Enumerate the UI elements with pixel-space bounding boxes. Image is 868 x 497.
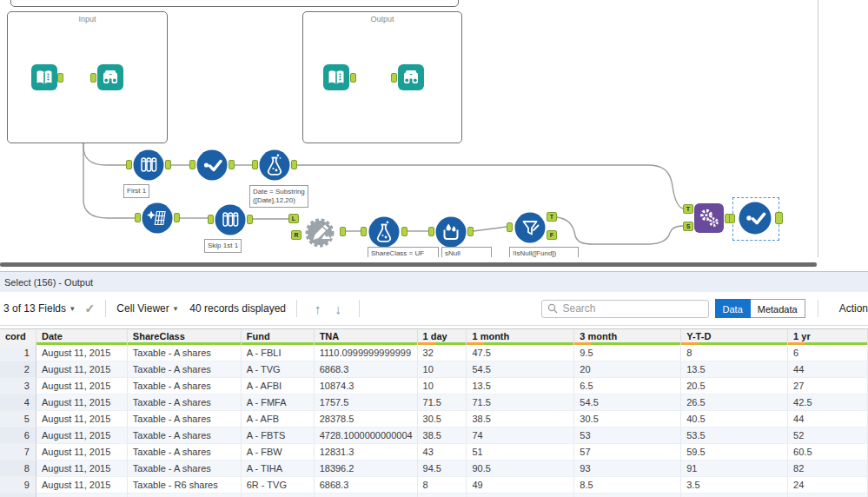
arrow-up-icon[interactable]: ↑: [315, 302, 321, 316]
actions-menu[interactable]: Action: [839, 302, 868, 315]
table-cell[interactable]: A - TIHA: [242, 461, 315, 477]
table-cell[interactable]: 74: [467, 427, 574, 444]
table-cell[interactable]: 40.5: [681, 411, 788, 427]
output-anchor[interactable]: [775, 212, 783, 224]
record-number-cell[interactable]: 7: [0, 444, 36, 461]
table-cell[interactable]: 94.5: [418, 461, 467, 477]
table-cell[interactable]: A - TVG: [242, 361, 315, 378]
table-cell[interactable]: 4728.1000000000004: [315, 427, 418, 444]
table-cell[interactable]: 6R - FBLI: [242, 494, 315, 497]
tool-annotation[interactable]: Skip 1st 1: [204, 239, 242, 253]
table-cell[interactable]: 38.5: [467, 411, 574, 427]
table-cell[interactable]: Taxable - A shares: [128, 345, 242, 361]
input-anchor[interactable]: [361, 227, 367, 236]
table-cell[interactable]: 8: [418, 477, 467, 494]
macro-bottom-anchor[interactable]: S: [683, 222, 693, 231]
table-cell[interactable]: 32: [418, 345, 467, 361]
output-anchor[interactable]: [229, 160, 235, 169]
filter-tool[interactable]: [514, 212, 546, 247]
output-anchor[interactable]: [174, 213, 180, 222]
table-cell[interactable]: 49.5: [467, 494, 574, 497]
canvas-horizontal-scrollbar[interactable]: [0, 257, 868, 271]
table-cell[interactable]: A - FBW: [242, 444, 315, 461]
input-data-tool[interactable]: [31, 64, 57, 94]
table-cell[interactable]: 47.5: [467, 345, 574, 361]
column-header[interactable]: 1 day: [418, 329, 467, 345]
table-cell[interactable]: Taxable - A shares: [128, 461, 242, 477]
table-cell[interactable]: 6: [788, 345, 868, 361]
table-cell[interactable]: 3.5: [681, 477, 788, 494]
table-row[interactable]: 5August 11, 2015Taxable - A sharesA - AF…: [0, 411, 868, 427]
output-anchor[interactable]: [467, 227, 474, 236]
tool-annotation[interactable]: Date = Substring ([Date],12,20): [249, 185, 308, 208]
input-anchor[interactable]: [507, 222, 513, 232]
table-cell[interactable]: 71.5: [467, 394, 574, 411]
data-tab[interactable]: Data: [715, 299, 751, 318]
table-row[interactable]: 8August 11, 2015Taxable - A sharesA - TI…: [0, 461, 868, 477]
record-number-cell[interactable]: 4: [0, 394, 36, 411]
table-cell[interactable]: Taxable - A shares: [128, 444, 242, 461]
imputation-tool[interactable]: [435, 216, 467, 251]
record-number-cell[interactable]: 10: [0, 494, 36, 497]
column-header[interactable]: 3 month: [574, 329, 681, 345]
table-cell[interactable]: Taxable - A shares: [128, 427, 242, 444]
record-number-cell[interactable]: 8: [0, 461, 36, 477]
table-cell[interactable]: 18396.2: [315, 461, 418, 477]
table-cell[interactable]: 28378.5: [315, 411, 418, 427]
table-cell[interactable]: 57: [574, 444, 681, 461]
column-header[interactable]: Fund: [242, 329, 315, 345]
table-cell[interactable]: 5.5: [788, 494, 868, 497]
cell-viewer-dropdown[interactable]: Cell Viewer ▾: [116, 302, 177, 315]
tool-annotation[interactable]: ShareClass = UF: [368, 247, 439, 257]
table-row[interactable]: 4August 11, 2015Taxable - A sharesA - FM…: [0, 394, 868, 411]
search-input[interactable]: Search: [541, 300, 709, 318]
table-cell[interactable]: 20: [574, 361, 681, 378]
column-header[interactable]: Y-T-D: [681, 329, 788, 345]
table-cell[interactable]: A - FMFA: [242, 394, 315, 411]
table-cell[interactable]: A - FBTS: [242, 427, 315, 444]
table-cell[interactable]: 1110.0999999999999: [315, 345, 418, 361]
table-cell[interactable]: 53.5: [681, 427, 788, 444]
input-anchor[interactable]: [189, 160, 195, 169]
output-anchor[interactable]: [57, 73, 63, 83]
sample-tool-first[interactable]: [133, 149, 164, 184]
table-cell[interactable]: August 11, 2015: [36, 345, 128, 361]
tool-annotation[interactable]: sNull: [441, 247, 492, 257]
formula-tool-date[interactable]: [259, 149, 290, 184]
fields-dropdown[interactable]: 3 of 13 Fields ▾: [3, 302, 75, 315]
record-number-cell[interactable]: 3: [0, 378, 36, 394]
arrow-down-icon[interactable]: ↓: [335, 302, 342, 316]
table-cell[interactable]: August 11, 2015: [36, 494, 128, 497]
table-cell[interactable]: 24: [788, 477, 868, 494]
table-row[interactable]: 2August 11, 2015Taxable - A sharesA - TV…: [0, 361, 868, 378]
record-number-cell[interactable]: 5: [0, 411, 36, 427]
table-cell[interactable]: A - AFBI: [242, 378, 315, 394]
output-anchor[interactable]: [165, 160, 171, 169]
input-anchor[interactable]: [729, 214, 735, 223]
record-number-cell[interactable]: 2: [0, 361, 36, 378]
table-row[interactable]: 6August 11, 2015Taxable - A sharesA - FB…: [0, 427, 868, 444]
table-cell[interactable]: August 11, 2015: [36, 444, 128, 461]
column-header[interactable]: 1 yr: [788, 329, 868, 345]
formula-tool-shareclass[interactable]: [368, 216, 400, 251]
column-header[interactable]: cord: [0, 329, 36, 345]
table-cell[interactable]: 12831.3: [315, 444, 418, 461]
table-cell[interactable]: 1757.5: [315, 394, 418, 411]
filter-true-anchor[interactable]: T: [547, 212, 557, 222]
tool-annotation[interactable]: !IsNull([Fund]): [509, 247, 579, 257]
table-cell[interactable]: August 11, 2015: [36, 361, 128, 378]
input-anchor[interactable]: [90, 73, 96, 83]
filter-false-anchor[interactable]: F: [547, 230, 557, 240]
table-cell[interactable]: 6868.3: [315, 361, 418, 378]
join-right-anchor[interactable]: R: [291, 230, 301, 240]
table-cell[interactable]: 59.5: [681, 444, 788, 461]
table-cell[interactable]: 44: [788, 361, 868, 378]
workflow-canvas[interactable]: Input Output: [0, 0, 868, 257]
table-cell[interactable]: 91: [681, 461, 788, 477]
table-cell[interactable]: 6R - TVG: [242, 477, 315, 494]
table-cell[interactable]: 82: [788, 461, 868, 477]
column-header[interactable]: 1 month: [467, 329, 574, 345]
table-cell[interactable]: August 11, 2015: [36, 477, 128, 494]
output-anchor[interactable]: [401, 227, 407, 236]
table-cell[interactable]: 10: [418, 361, 467, 378]
